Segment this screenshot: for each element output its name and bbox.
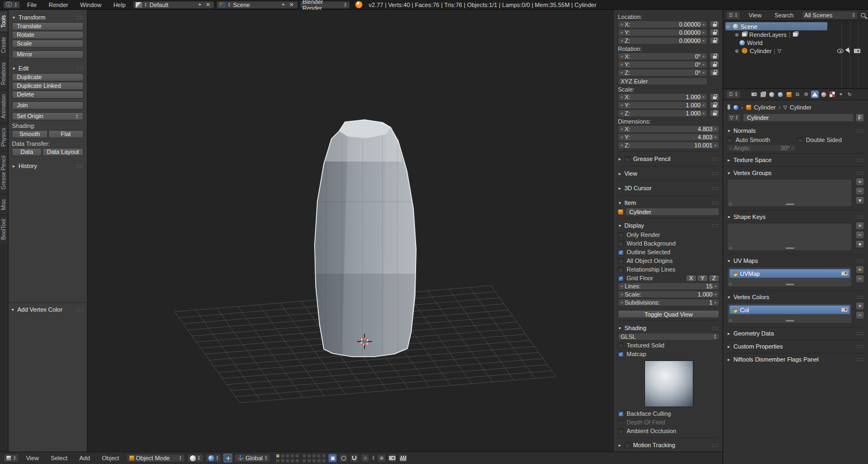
expand-icon[interactable]: ⊕ <box>734 48 739 54</box>
textured-solid-checkbox[interactable]: Textured Solid <box>618 341 719 350</box>
edit-panel-header[interactable]: ▼ Edit :::: <box>12 63 84 73</box>
scale-x-field[interactable]: ◂X:1.000▸ <box>618 93 707 101</box>
shape-key-specials-button[interactable]: ▾ <box>856 240 864 248</box>
depth-of-field-checkbox[interactable]: Depth Of Field <box>618 418 719 427</box>
location-z-field[interactable]: ◂Z:0.00000▸ <box>618 37 707 44</box>
menu-view[interactable]: View <box>744 12 767 18</box>
panel-grip[interactable]: :::: <box>857 170 864 176</box>
outliner-row-world[interactable]: World <box>725 38 868 47</box>
lock-button[interactable] <box>710 69 719 76</box>
selectability-cursor-icon[interactable] <box>845 48 852 55</box>
panel-grip[interactable]: :::: <box>857 331 864 336</box>
vertex-group-specials-button[interactable]: ▾ <box>856 196 864 204</box>
texture-space-panel-header[interactable]: ►Texture Space:::: <box>727 155 864 165</box>
menu-render[interactable]: Render <box>44 2 73 8</box>
auto-smooth-angle-field[interactable]: ◂Angle:30°▸ <box>727 144 796 152</box>
menu-file[interactable]: File <box>22 2 42 8</box>
panel-grip[interactable]: :::: <box>76 307 84 312</box>
transform-panel-header[interactable]: ▼ Transform :::: <box>12 12 84 22</box>
shading-panel-header[interactable]: ▼Shading:::: <box>618 323 719 333</box>
object-name-field[interactable]: Cylinder <box>626 208 719 216</box>
panel-grip[interactable]: :::: <box>712 223 719 228</box>
tab-grease-pencil[interactable]: Grease Pencil <box>0 152 8 194</box>
menu-add[interactable]: Add <box>74 455 95 461</box>
remove-shape-key-button[interactable]: − <box>856 231 864 239</box>
world-background-checkbox[interactable]: World Background <box>618 239 719 248</box>
render-context-icon[interactable] <box>750 91 758 98</box>
mode-dropdown[interactable]: Object Mode▲▼ <box>126 454 185 462</box>
transform-orientation-dropdown[interactable]: Global▲▼ <box>234 454 270 462</box>
layers-widget[interactable] <box>276 454 326 463</box>
lock-button[interactable] <box>710 37 719 44</box>
duplicate-button[interactable]: Duplicate <box>12 73 84 81</box>
axis-y-toggle[interactable]: Y <box>697 275 708 282</box>
panel-grip[interactable]: :::: <box>857 214 864 220</box>
relationship-lines-checkbox[interactable]: Relationship Lines <box>618 265 719 274</box>
location-x-field[interactable]: ◂X:0.00000▸ <box>618 21 707 28</box>
panel-grip[interactable]: :::: <box>857 128 864 133</box>
menu-window[interactable]: Window <box>75 2 106 8</box>
auto-smooth-checkbox[interactable]: Auto Smooth <box>727 136 794 144</box>
editor-type-button[interactable]: ☰▲▼ <box>726 11 741 20</box>
3d-viewport[interactable] <box>88 10 613 452</box>
rotation-x-field[interactable]: ◂X:0°▸ <box>618 53 707 60</box>
toggle-quad-view-button[interactable]: Toggle Quad View <box>618 310 719 318</box>
lock-button[interactable] <box>710 21 719 28</box>
lock-button[interactable] <box>710 101 719 109</box>
visibility-eye-icon[interactable] <box>837 49 844 53</box>
dimensions-y-field[interactable]: ◂Y:4.803▸ <box>618 133 719 141</box>
vertex-colors-list[interactable]: Col ▬▬ <box>727 303 852 324</box>
add-layout-button[interactable]: + <box>197 2 202 8</box>
close-scene-button[interactable]: ✕ <box>288 2 295 8</box>
material-context-icon[interactable] <box>820 91 827 98</box>
panel-grip[interactable]: :::: <box>76 66 84 71</box>
constraints-context-icon[interactable]: ⧉ <box>794 91 801 98</box>
data-layout-transfer-button[interactable]: Data Layout <box>42 148 84 156</box>
dimensions-x-field[interactable]: ◂X:4.803▸ <box>618 125 719 133</box>
grease-pencil-panel-header[interactable]: ►Grease Pencil:::: <box>618 154 719 164</box>
viewport-shading-dropdown[interactable]: ▲▼ <box>187 454 203 462</box>
screen-layout-selector[interactable]: ▲▼ Default + ✕ <box>133 1 214 9</box>
panel-grip[interactable]: :::: <box>712 200 719 205</box>
snap-toggle[interactable] <box>350 454 359 462</box>
fake-user-button[interactable]: F <box>856 113 864 122</box>
display-filter-dropdown[interactable]: All Scenes▲▼ <box>802 11 858 20</box>
vertex-colors-panel-header[interactable]: ▼Vertex Colors:::: <box>727 292 864 302</box>
object-data-context-icon[interactable] <box>811 91 819 98</box>
add-scene-button[interactable]: + <box>280 2 286 8</box>
tab-physics[interactable]: Physics <box>0 124 8 150</box>
remove-vertex-group-button[interactable]: − <box>856 187 864 195</box>
vertex-color-item[interactable]: Col <box>729 305 850 314</box>
display-panel-header[interactable]: ▼Display:::: <box>618 221 719 230</box>
join-button[interactable]: Join <box>12 101 84 109</box>
editor-type-button[interactable]: ⓘ▲▼ <box>3 1 20 9</box>
panel-grip[interactable]: :::: <box>857 344 864 349</box>
all-object-origins-checkbox[interactable]: All Object Origins <box>618 256 719 265</box>
remove-uv-map-button[interactable]: − <box>856 275 864 283</box>
scene-context-icon[interactable] <box>768 91 775 98</box>
view-panel-header[interactable]: ►View:::: <box>618 169 719 178</box>
menu-help[interactable]: Help <box>108 2 131 8</box>
object-context-icon[interactable] <box>785 91 793 98</box>
lock-button[interactable] <box>710 109 719 117</box>
backface-culling-checkbox[interactable]: Backface Culling <box>618 409 719 418</box>
render-engine-selector[interactable]: Blender Render ▲▼ <box>300 1 350 9</box>
panel-checkbox[interactable] <box>624 156 630 162</box>
panel-grip[interactable]: :::: <box>712 156 719 162</box>
mirror-button[interactable]: Mirror <box>12 50 84 59</box>
panel-grip[interactable]: :::: <box>857 357 864 362</box>
panel-grip[interactable]: :::: <box>712 185 719 191</box>
uv-maps-panel-header[interactable]: ▼UV Maps:::: <box>727 256 864 266</box>
panel-grip[interactable]: :::: <box>712 171 719 176</box>
shade-smooth-button[interactable]: Smooth <box>12 130 48 138</box>
tab-misc[interactable]: Misc <box>0 195 8 214</box>
shape-keys-panel-header[interactable]: ▼Shape Keys:::: <box>727 212 864 222</box>
grid-lines-field[interactable]: ◂Lines:15▸ <box>618 282 719 290</box>
shading-mode-dropdown[interactable]: GLSL▲▼ <box>618 333 719 340</box>
tab-relations[interactable]: Relations <box>0 59 8 89</box>
location-y-field[interactable]: ◂Y:0.00000▸ <box>618 29 707 36</box>
texture-context-icon[interactable] <box>828 91 836 98</box>
lock-button[interactable] <box>710 93 719 101</box>
modifiers-context-icon[interactable]: ⚙ <box>802 91 810 98</box>
shape-keys-list[interactable]: ▬▬ <box>727 223 852 251</box>
